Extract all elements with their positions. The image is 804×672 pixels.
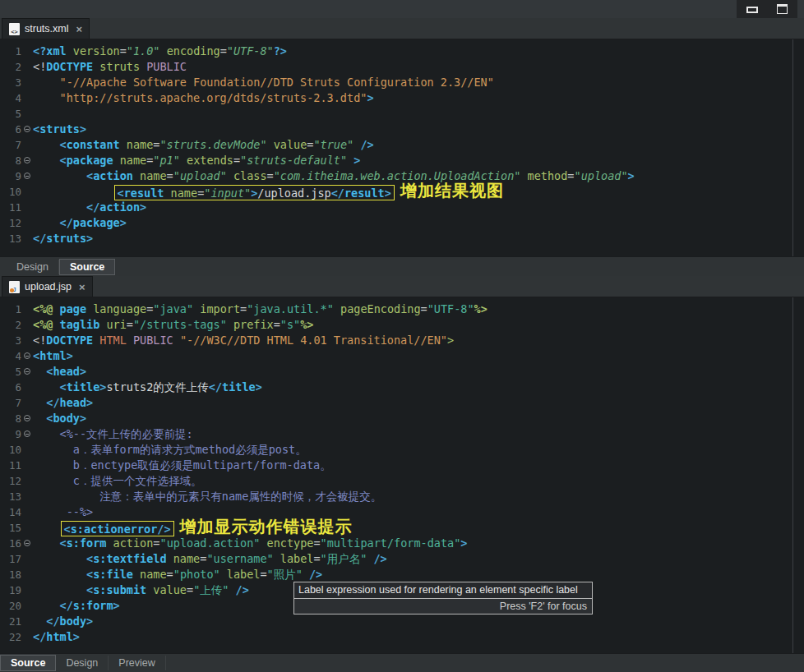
fold-collapse-icon[interactable]: [24, 430, 30, 437]
line-number[interactable]: 10: [0, 442, 21, 458]
fold-collapse-icon[interactable]: [24, 368, 30, 375]
maximize-button[interactable]: [774, 2, 789, 16]
code-line[interactable]: 14 --%>: [0, 504, 804, 520]
code-line[interactable]: 16 <s:form action="upload.action" enctyp…: [0, 536, 804, 551]
line-number[interactable]: 3: [0, 333, 21, 348]
code-line[interactable]: 18 <s:file name="photo" label="照片" />: [0, 567, 804, 582]
struts-xml-editor[interactable]: 1<?xml version="1.0" encoding="UTF-8"?>2…: [0, 39, 804, 256]
fold-collapse-icon[interactable]: [24, 540, 30, 546]
code-line[interactable]: 13</struts>: [0, 231, 804, 246]
line-number[interactable]: 6: [0, 122, 21, 137]
line-number[interactable]: 18: [0, 567, 21, 582]
line-number[interactable]: 21: [0, 614, 21, 629]
line-number[interactable]: 13: [0, 231, 21, 246]
code-line[interactable]: 1<?xml version="1.0" encoding="UTF-8"?>: [0, 44, 804, 59]
tab-source[interactable]: Source: [59, 259, 115, 275]
line-number[interactable]: 9: [0, 168, 21, 184]
line-number[interactable]: 12: [0, 473, 21, 489]
line-number[interactable]: 5: [0, 106, 21, 122]
code-text: <%@ page language="java" import="java.ut…: [33, 301, 804, 317]
code-line[interactable]: 15 <s:actionerror/>增加显示动作错误提示: [0, 520, 804, 536]
tab-design[interactable]: Design: [56, 656, 109, 670]
line-number[interactable]: 1: [0, 301, 21, 317]
fold-collapse-icon[interactable]: [24, 415, 30, 421]
code-text: </head>: [33, 395, 804, 411]
code-line[interactable]: 5: [0, 106, 804, 122]
line-number[interactable]: 4: [0, 90, 21, 106]
code-line[interactable]: 3<!DOCTYPE HTML PUBLIC "-//W3C//DTD HTML…: [0, 333, 804, 348]
code-line[interactable]: 22</html>: [0, 629, 804, 645]
fold-collapse-icon[interactable]: [24, 157, 30, 163]
code-line[interactable]: 13 注意：表单中的元素只有name属性的时候，才会被提交。: [0, 489, 804, 504]
line-number[interactable]: 15: [0, 520, 21, 536]
line-number[interactable]: 3: [0, 75, 21, 90]
line-number[interactable]: 14: [0, 504, 21, 520]
line-number[interactable]: 13: [0, 489, 21, 504]
line-number[interactable]: 1: [0, 44, 21, 59]
fold-column: [21, 567, 33, 582]
code-line[interactable]: 2<!DOCTYPE struts PUBLIC: [0, 59, 804, 75]
code-text: <package name="p1" extends="struts-defau…: [33, 153, 804, 168]
code-line[interactable]: 10 a．表单form的请求方式method必须是post。: [0, 442, 804, 458]
annotation-text: 增加结果视图: [395, 182, 504, 200]
code-line[interactable]: 2<%@ taglib uri="/struts-tags" prefix="s…: [0, 317, 804, 333]
minimize-button[interactable]: [745, 2, 760, 16]
line-number[interactable]: 9: [0, 426, 21, 442]
line-number[interactable]: 7: [0, 395, 21, 411]
code-line[interactable]: 11 b．enctype取值必须是multipart/form-data。: [0, 458, 804, 473]
code-line[interactable]: 7 <constant name="struts.devMode" value=…: [0, 137, 804, 153]
line-number[interactable]: 10: [0, 184, 21, 200]
code-line[interactable]: 11 </action>: [0, 200, 804, 215]
code-line[interactable]: 6 <title>struts2的文件上传</title>: [0, 380, 804, 395]
code-line[interactable]: 8 <package name="p1" extends="struts-def…: [0, 153, 804, 168]
line-number[interactable]: 16: [0, 536, 21, 551]
tab-upload-jsp[interactable]: J upload.jsp ×: [2, 276, 93, 297]
line-number[interactable]: 20: [0, 598, 21, 614]
tab-label: struts.xml: [25, 23, 68, 35]
fold-collapse-icon[interactable]: [24, 173, 30, 179]
upload-jsp-tabbar: J upload.jsp ×: [0, 276, 804, 297]
code-line[interactable]: 21 </body>: [0, 614, 804, 629]
tab-design[interactable]: Design: [7, 260, 59, 274]
fold-collapse-icon[interactable]: [24, 126, 30, 132]
code-line[interactable]: 4 "http://struts.apache.org/dtds/struts-…: [0, 90, 804, 106]
code-line[interactable]: 3 "-//Apache Software Foundation//DTD St…: [0, 75, 804, 90]
code-line[interactable]: 12 c．提供一个文件选择域。: [0, 473, 804, 489]
line-number[interactable]: 19: [0, 582, 21, 598]
line-number[interactable]: 2: [0, 317, 21, 333]
line-number[interactable]: 17: [0, 551, 21, 567]
fold-column: [21, 364, 33, 380]
code-line[interactable]: 5 <head>: [0, 364, 804, 380]
fold-column: [21, 122, 33, 137]
line-number[interactable]: 2: [0, 59, 21, 75]
code-line[interactable]: 6<struts>: [0, 122, 804, 137]
tab-preview[interactable]: Preview: [109, 656, 165, 670]
line-number[interactable]: 8: [0, 411, 21, 426]
line-number[interactable]: 8: [0, 153, 21, 168]
line-number[interactable]: 11: [0, 458, 21, 473]
tab-struts-xml[interactable]: <> struts.xml ×: [2, 18, 90, 39]
close-icon[interactable]: ×: [79, 281, 85, 293]
line-number[interactable]: 22: [0, 629, 21, 645]
code-line[interactable]: 10 <result name="input">/upload.jsp</res…: [0, 184, 804, 200]
code-line[interactable]: 9 <%--文件上传的必要前提:: [0, 426, 804, 442]
code-line[interactable]: 4<html>: [0, 348, 804, 364]
line-number[interactable]: 4: [0, 348, 21, 364]
tab-source[interactable]: Source: [0, 655, 56, 671]
fold-column: [21, 231, 33, 246]
code-line[interactable]: 17 <s:textfield name="username" label="用…: [0, 551, 804, 567]
close-icon[interactable]: ×: [76, 23, 82, 35]
line-number[interactable]: 11: [0, 200, 21, 215]
code-text: </html>: [33, 629, 804, 645]
line-number[interactable]: 7: [0, 137, 21, 153]
upload-jsp-editor[interactable]: 1<%@ page language="java" import="java.u…: [0, 297, 804, 653]
code-line[interactable]: 7 </head>: [0, 395, 804, 411]
code-line[interactable]: 12 </package>: [0, 215, 804, 231]
line-number[interactable]: 5: [0, 364, 21, 380]
fold-collapse-icon[interactable]: [24, 352, 30, 359]
code-line[interactable]: 1<%@ page language="java" import="java.u…: [0, 301, 804, 317]
line-number[interactable]: 6: [0, 380, 21, 395]
fold-column: [21, 614, 33, 629]
line-number[interactable]: 12: [0, 215, 21, 231]
code-line[interactable]: 8 <body>: [0, 411, 804, 426]
